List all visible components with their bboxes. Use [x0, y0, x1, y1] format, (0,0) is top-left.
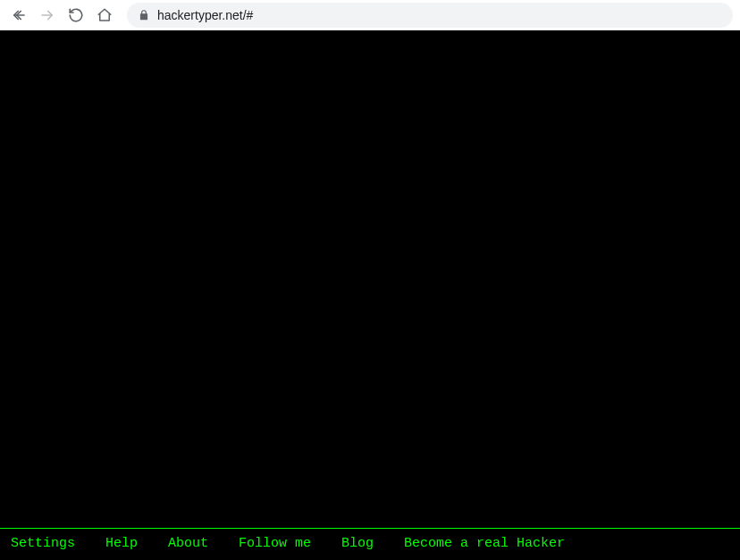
reload-button[interactable] — [64, 4, 88, 27]
footer-link-follow[interactable]: Follow me — [239, 536, 311, 551]
footer-link-become[interactable]: Become a real Hacker — [404, 536, 565, 551]
footer-link-about[interactable]: About — [168, 536, 208, 551]
footer-nav: Settings Help About Follow me Blog Becom… — [0, 528, 740, 560]
forward-button[interactable] — [36, 4, 59, 27]
footer-link-settings[interactable]: Settings — [11, 536, 75, 551]
lock-icon — [138, 9, 150, 21]
page-body: Settings Help About Follow me Blog Becom… — [0, 30, 740, 560]
footer-link-blog[interactable]: Blog — [341, 536, 374, 551]
url-text: hackertyper.net/# — [157, 8, 253, 22]
terminal-area[interactable] — [0, 30, 740, 528]
address-bar[interactable]: hackertyper.net/# — [127, 3, 733, 28]
browser-toolbar: hackertyper.net/# — [0, 0, 740, 30]
footer-link-help[interactable]: Help — [105, 536, 138, 551]
home-button[interactable] — [93, 4, 116, 27]
back-arrow-wrap[interactable] — [7, 4, 30, 27]
